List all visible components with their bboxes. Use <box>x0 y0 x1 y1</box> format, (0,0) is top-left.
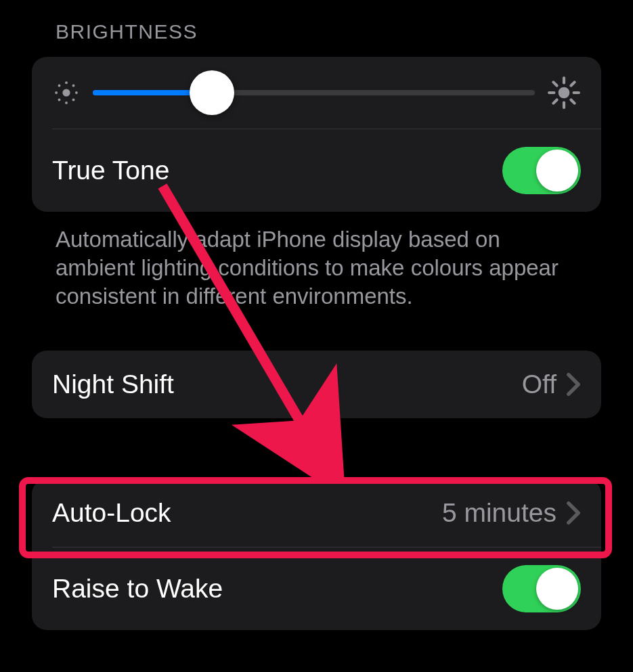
svg-point-6 <box>72 85 75 87</box>
night-shift-label: Night Shift <box>52 369 174 399</box>
svg-line-12 <box>553 82 556 85</box>
true-tone-label: True Tone <box>52 156 169 185</box>
svg-point-5 <box>58 85 61 87</box>
night-shift-panel: Night Shift Off <box>32 351 601 418</box>
autolock-panel: Auto-Lock 5 minutes Raise to Wake <box>32 479 601 630</box>
sun-bright-icon <box>547 76 581 110</box>
svg-point-0 <box>62 89 70 96</box>
true-tone-description: Automatically adapt iPhone display based… <box>32 212 601 311</box>
true-tone-toggle[interactable] <box>502 147 581 194</box>
brightness-slider[interactable] <box>93 79 535 106</box>
brightness-panel: True Tone <box>32 57 601 212</box>
svg-point-1 <box>65 81 68 84</box>
svg-point-8 <box>72 99 75 102</box>
raise-to-wake-row[interactable]: Raise to Wake <box>32 547 601 630</box>
svg-line-13 <box>571 99 574 103</box>
toggle-knob <box>536 568 578 610</box>
svg-point-4 <box>75 91 78 94</box>
svg-point-7 <box>58 99 61 102</box>
raise-to-wake-label: Raise to Wake <box>52 574 223 604</box>
chevron-right-icon <box>566 501 581 525</box>
svg-line-17 <box>571 82 574 85</box>
auto-lock-label: Auto-Lock <box>52 498 171 528</box>
auto-lock-row[interactable]: Auto-Lock 5 minutes <box>32 479 601 547</box>
auto-lock-value: 5 minutes <box>442 498 556 528</box>
toggle-knob <box>536 150 578 192</box>
svg-point-2 <box>65 102 68 104</box>
svg-point-9 <box>559 87 570 99</box>
svg-point-3 <box>55 91 58 94</box>
true-tone-row[interactable]: True Tone <box>32 129 601 212</box>
svg-line-16 <box>553 99 556 103</box>
brightness-slider-row <box>32 57 601 129</box>
section-header-brightness: BRIGHTNESS <box>56 20 601 43</box>
chevron-right-icon <box>566 372 581 397</box>
raise-to-wake-toggle[interactable] <box>502 565 581 612</box>
night-shift-value: Off <box>522 369 556 399</box>
sun-dim-icon <box>52 79 81 107</box>
slider-thumb[interactable] <box>190 70 234 115</box>
night-shift-row[interactable]: Night Shift Off <box>32 351 601 418</box>
